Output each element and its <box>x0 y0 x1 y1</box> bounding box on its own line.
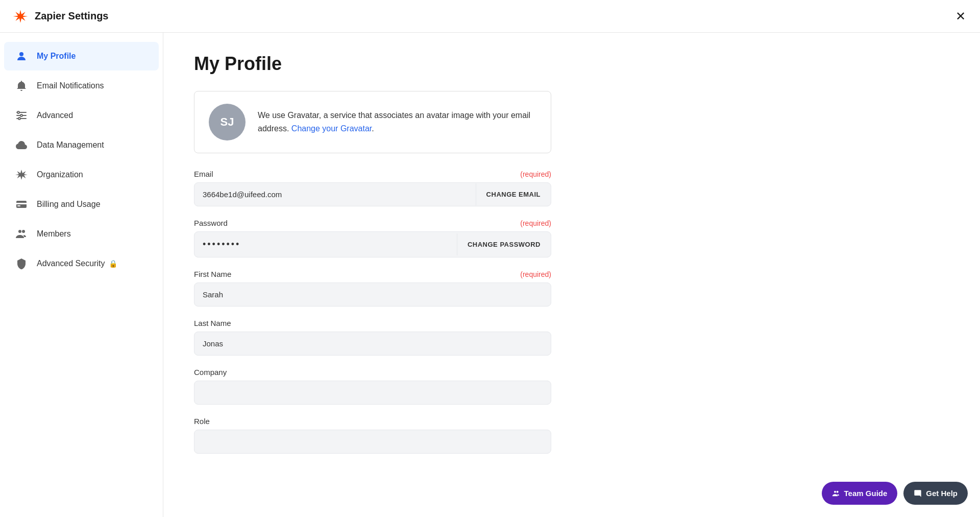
sidebar-label-advanced: Advanced <box>37 111 73 120</box>
team-guide-icon <box>832 489 840 498</box>
first-name-field-section: First Name (required) <box>194 270 551 307</box>
company-field-header: Company <box>194 368 551 377</box>
first-name-field-header: First Name (required) <box>194 270 551 278</box>
svg-rect-5 <box>22 115 27 116</box>
sidebar-item-email-notifications[interactable]: Email Notifications <box>4 72 159 100</box>
role-input[interactable] <box>194 430 551 454</box>
sidebar: My Profile Email Notifications <box>0 33 163 517</box>
sidebar-item-advanced-security[interactable]: Advanced Security 🔒 <box>4 249 159 278</box>
change-email-button[interactable]: CHANGE EMAIL <box>476 183 551 205</box>
floating-buttons: Team Guide Get Help <box>822 482 968 505</box>
sidebar-item-billing-and-usage[interactable]: Billing and Usage <box>4 190 159 219</box>
svg-point-8 <box>17 111 19 113</box>
email-field-section: Email (required) 3664be1d@uifeed.com CHA… <box>194 170 551 206</box>
sliders-icon <box>14 108 29 123</box>
change-gravatar-link[interactable]: Change your Gravatar <box>291 124 372 133</box>
svg-point-16 <box>834 490 836 492</box>
password-required: (required) <box>520 219 551 227</box>
password-field-section: Password (required) •••••••• CHANGE PASS… <box>194 219 551 257</box>
main-content: My Profile SJ We use Gravatar, a service… <box>163 33 980 517</box>
sidebar-label-members: Members <box>37 229 71 239</box>
gravatar-box: SJ We use Gravatar, a service that assoc… <box>194 91 551 153</box>
email-label: Email <box>194 170 213 178</box>
sidebar-label-data-management: Data Management <box>37 140 104 150</box>
svg-rect-12 <box>16 203 27 204</box>
password-field-header: Password (required) <box>194 219 551 227</box>
user-icon <box>14 49 29 63</box>
get-help-label: Get Help <box>926 489 958 498</box>
email-field-row: 3664be1d@uifeed.com CHANGE EMAIL <box>194 182 551 206</box>
role-field-section: Role <box>194 417 551 454</box>
company-input[interactable] <box>194 381 551 405</box>
svg-rect-13 <box>17 205 20 206</box>
gravatar-description: We use Gravatar, a service that associat… <box>258 109 536 135</box>
svg-point-15 <box>22 230 25 233</box>
password-field-row: •••••••• CHANGE PASSWORD <box>194 231 551 257</box>
last-name-label: Last Name <box>194 319 231 327</box>
header-left: Zapier Settings <box>12 8 108 25</box>
last-name-field-section: Last Name <box>194 319 551 356</box>
sidebar-item-advanced[interactable]: Advanced <box>4 101 159 130</box>
sidebar-label-billing-and-usage: Billing and Usage <box>37 200 101 209</box>
gravatar-text-after: . <box>372 124 374 133</box>
sidebar-label-advanced-security: Advanced Security <box>37 259 105 268</box>
company-label: Company <box>194 368 227 377</box>
change-password-button[interactable]: CHANGE PASSWORD <box>457 233 551 255</box>
svg-point-9 <box>20 114 22 116</box>
sidebar-item-organization[interactable]: Organization <box>4 160 159 189</box>
svg-point-1 <box>19 52 23 56</box>
last-name-field-header: Last Name <box>194 319 551 327</box>
sidebar-label-organization: Organization <box>37 170 83 179</box>
role-field-header: Role <box>194 417 551 426</box>
lock-badge-icon: 🔒 <box>109 260 117 268</box>
svg-point-10 <box>18 118 20 120</box>
svg-point-14 <box>18 230 21 233</box>
cloud-icon <box>14 138 29 152</box>
page-title: My Profile <box>194 53 939 75</box>
team-guide-button[interactable]: Team Guide <box>822 482 898 505</box>
email-required: (required) <box>520 170 551 178</box>
sidebar-label-my-profile: My Profile <box>37 52 76 61</box>
app-title: Zapier Settings <box>35 10 108 22</box>
email-field-header: Email (required) <box>194 170 551 178</box>
avatar: SJ <box>209 104 246 140</box>
sidebar-item-members[interactable]: Members <box>4 220 159 248</box>
last-name-input[interactable] <box>194 332 551 356</box>
first-name-input[interactable] <box>194 283 551 307</box>
advanced-security-label-group: Advanced Security 🔒 <box>37 259 117 268</box>
close-button[interactable]: ✕ <box>953 8 968 25</box>
get-help-button[interactable]: Get Help <box>903 482 968 505</box>
team-guide-label: Team Guide <box>844 489 888 498</box>
email-value: 3664be1d@uifeed.com <box>194 183 476 206</box>
password-label: Password <box>194 219 228 227</box>
password-value: •••••••• <box>194 232 457 257</box>
sidebar-item-my-profile[interactable]: My Profile <box>4 42 159 70</box>
sidebar-item-data-management[interactable]: Data Management <box>4 131 159 159</box>
shield-icon <box>14 256 29 271</box>
company-field-section: Company <box>194 368 551 405</box>
sidebar-label-email-notifications: Email Notifications <box>37 81 104 90</box>
card-icon <box>14 197 29 212</box>
svg-point-17 <box>836 490 838 492</box>
people-icon <box>14 227 29 241</box>
first-name-required: (required) <box>520 270 551 278</box>
svg-rect-3 <box>19 112 27 113</box>
zapier-logo-icon <box>12 8 29 25</box>
first-name-label: First Name <box>194 270 231 278</box>
asterisk-icon <box>14 168 29 182</box>
get-help-icon <box>914 489 922 498</box>
bell-icon <box>14 79 29 93</box>
role-label: Role <box>194 417 210 426</box>
svg-rect-7 <box>20 118 27 119</box>
